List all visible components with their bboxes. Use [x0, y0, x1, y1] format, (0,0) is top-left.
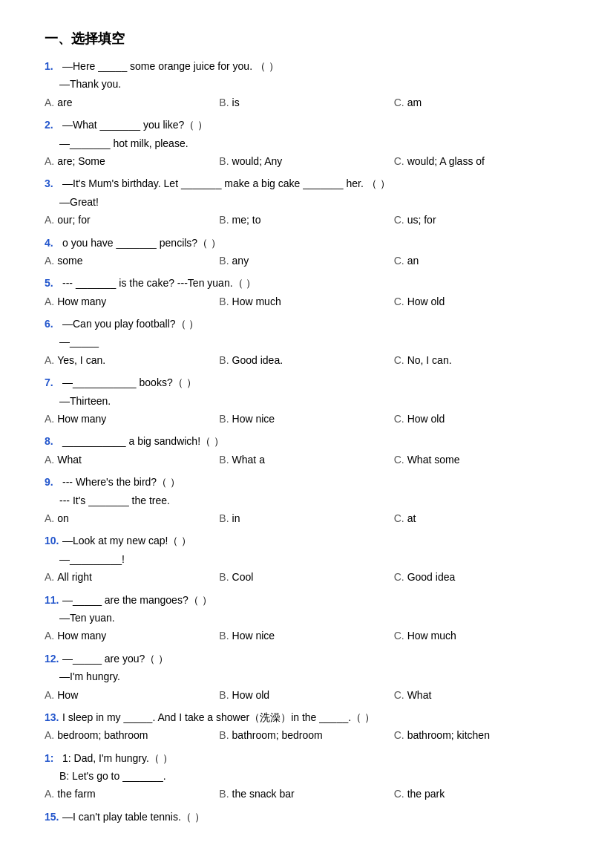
question-text: —I can't play table tennis.（ ）: [62, 809, 568, 825]
question-block: 11.—_____ are the mangoes?（ ）—Ten yuan.A…: [45, 592, 568, 645]
option: A.are: [45, 94, 219, 111]
option-text: What some: [407, 454, 460, 466]
question-line: 4.o you have _______ pencils?（ ）: [45, 235, 568, 251]
question-block: 1:1: Dad, I'm hungry.（ ）B: Let's go to _…: [45, 750, 568, 803]
option: A.All right: [45, 569, 219, 585]
option-label: C.: [394, 788, 404, 800]
option: C.How old: [394, 411, 568, 427]
question-text: —___________ books?（ ）: [62, 374, 568, 391]
option-label: C.: [394, 512, 404, 524]
option: B.How much: [219, 293, 393, 310]
question-text: o you have _______ pencils?（ ）: [62, 235, 568, 251]
question-text: ___________ a big sandwich!（ ）: [62, 433, 568, 449]
option: B.What a: [219, 451, 393, 468]
option-text: us; for: [407, 214, 436, 226]
option-text: are: [57, 97, 72, 108]
question-text: —Ten yuan.: [59, 610, 568, 626]
option-label: A.: [45, 729, 54, 741]
option: B.Cool: [219, 569, 393, 585]
section-title: 一、选择填空: [45, 30, 568, 48]
question-number: 12.: [45, 653, 59, 665]
option-label: C.: [394, 354, 404, 366]
option-label: C.: [394, 255, 404, 267]
option-text: How old: [407, 296, 445, 307]
option: A.our; for: [45, 212, 219, 228]
question-text: --- It's _______ the tree.: [59, 492, 568, 509]
option-label: B.: [219, 729, 229, 741]
option-label: B.: [219, 155, 229, 167]
option: B.Good idea.: [219, 352, 393, 368]
option: B.is: [219, 94, 393, 111]
option: A.on: [45, 510, 219, 526]
question-line: 13.I sleep in my _____. And I take a sho…: [45, 709, 568, 725]
option-text: bedroom; bathroom: [57, 729, 148, 741]
question-block: 4.o you have _______ pencils?（ ）A.someB.…: [45, 235, 568, 270]
question-block: 13.I sleep in my _____. And I take a sho…: [45, 709, 568, 744]
option-label: A.: [45, 255, 54, 267]
option-label: A.: [45, 512, 54, 524]
option-text: How many: [57, 413, 106, 425]
options-row: A.How manyB.How muchC.How old: [45, 293, 568, 310]
option-text: bathroom; kitchen: [407, 729, 490, 741]
option: B.How nice: [219, 627, 393, 644]
option-text: Cool: [232, 571, 254, 583]
question-text: —_______ hot milk, please.: [59, 135, 568, 151]
option-text: All right: [57, 571, 92, 583]
options-row: A.How manyB.How niceC.How much: [45, 627, 568, 644]
option-text: What a: [232, 454, 265, 466]
question-text: —Here _____ some orange juice for you. （…: [62, 58, 568, 74]
question-line: 15.—I can't play table tennis.（ ）: [45, 809, 568, 825]
question-text: B: Let's go to _______.: [59, 768, 568, 784]
question-block: 8.___________ a big sandwich!（ ）A.WhatB.…: [45, 433, 568, 468]
question-block: 1.—Here _____ some orange juice for you.…: [45, 58, 568, 111]
question-block: 10.—Look at my new cap!（ ）—_________!A.A…: [45, 532, 568, 585]
option-label: A.: [45, 454, 54, 466]
question-number: 1:: [45, 752, 59, 764]
option-text: No, I can.: [407, 354, 452, 366]
question-block: 2.—What _______ you like?（ ）—_______ hot…: [45, 117, 568, 169]
option-text: are; Some: [57, 155, 105, 167]
question-line: 5.--- _______ is the cake? ---Ten yuan.（…: [45, 275, 568, 291]
option: A.some: [45, 252, 219, 269]
question-number: 9.: [45, 476, 59, 488]
option-text: Good idea.: [232, 354, 283, 366]
option: B.in: [219, 510, 393, 526]
question-number: 4.: [45, 237, 59, 249]
option: A.How: [45, 687, 219, 703]
options-row: A.WhatB.What aC.What some: [45, 451, 568, 468]
question-line: —Thirteen.: [45, 393, 568, 409]
options-row: A.How manyB.How niceC.How old: [45, 411, 568, 427]
option: A.How many: [45, 411, 219, 427]
question-block: 7.—___________ books?（ ）—Thirteen.A.How …: [45, 374, 568, 427]
option-label: A.: [45, 97, 54, 108]
question-number: 5.: [45, 277, 59, 289]
option-label: C.: [394, 296, 404, 307]
question-line: —Ten yuan.: [45, 610, 568, 626]
option-label: A.: [45, 214, 54, 226]
question-number: 2.: [45, 119, 59, 131]
option-label: B.: [219, 788, 229, 800]
option-label: C.: [394, 155, 404, 167]
question-text: 1: Dad, I'm hungry.（ ）: [62, 750, 568, 766]
question-line: 6.—Can you play football?（ ）: [45, 316, 568, 332]
question-block: 15.—I can't play table tennis.（ ）: [45, 809, 568, 825]
option-text: Yes, I can.: [57, 354, 105, 366]
question-text: —_____ are you?（ ）: [62, 650, 568, 667]
question-line: 11.—_____ are the mangoes?（ ）: [45, 592, 568, 608]
question-text: --- _______ is the cake? ---Ten yuan.（ ）: [62, 275, 568, 291]
option-label: A.: [45, 630, 54, 642]
option-label: A.: [45, 571, 54, 583]
question-line: B: Let's go to _______.: [45, 768, 568, 784]
question-line: 2.—What _______ you like?（ ）: [45, 117, 568, 133]
options-row: A.our; forB.me; toC.us; for: [45, 212, 568, 228]
option-text: is: [232, 97, 240, 108]
option-text: How many: [57, 630, 106, 642]
option-label: A.: [45, 296, 54, 307]
option-text: bathroom; bedroom: [232, 729, 323, 741]
option-text: How old: [232, 689, 270, 701]
option: B.the snack bar: [219, 786, 393, 802]
question-line: 7.—___________ books?（ ）: [45, 374, 568, 391]
option-text: What: [57, 454, 82, 466]
option-label: B.: [219, 255, 229, 267]
question-line: 3.—It's Mum's birthday. Let _______ make…: [45, 175, 568, 192]
